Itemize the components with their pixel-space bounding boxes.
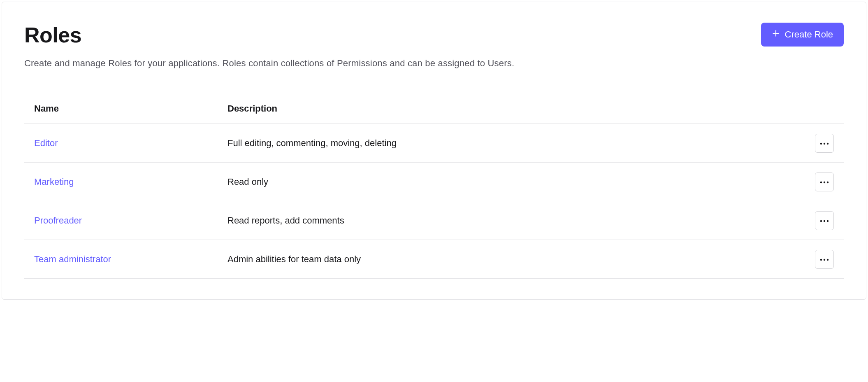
header-row: Roles Create Role [24, 23, 844, 47]
row-actions-button[interactable] [815, 211, 834, 230]
svg-point-2 [820, 143, 822, 144]
svg-point-5 [820, 182, 822, 183]
row-actions-button[interactable] [815, 250, 834, 269]
table-row: Marketing Read only [24, 163, 844, 201]
role-description: Full editing, commenting, moving, deleti… [227, 138, 801, 149]
column-header-name: Name [34, 103, 227, 114]
role-name-link[interactable]: Team administrator [34, 254, 227, 265]
roles-table: Name Description Editor Full editing, co… [24, 93, 844, 279]
svg-point-9 [824, 220, 825, 222]
svg-point-12 [824, 259, 825, 261]
page-title: Roles [24, 23, 81, 47]
svg-point-7 [827, 182, 829, 183]
table-row: Team administrator Admin abilities for t… [24, 240, 844, 279]
svg-point-4 [827, 143, 829, 144]
svg-point-3 [824, 143, 825, 144]
more-horizontal-icon [820, 217, 829, 224]
plus-icon [772, 29, 780, 40]
role-description: Admin abilities for team data only [227, 254, 801, 265]
create-role-button[interactable]: Create Role [761, 23, 844, 47]
role-name-link[interactable]: Proofreader [34, 215, 227, 226]
role-name-link[interactable]: Editor [34, 138, 227, 149]
roles-panel: Roles Create Role Create and manage Role… [2, 2, 866, 300]
table-row: Proofreader Read reports, add comments [24, 201, 844, 240]
svg-point-8 [820, 220, 822, 222]
more-horizontal-icon [820, 256, 829, 262]
row-actions-button[interactable] [815, 172, 834, 191]
svg-point-11 [820, 259, 822, 261]
page-subtitle: Create and manage Roles for your applica… [24, 58, 844, 69]
column-header-description: Description [227, 103, 801, 114]
create-role-label: Create Role [785, 29, 833, 40]
row-actions-button[interactable] [815, 134, 834, 153]
more-horizontal-icon [820, 140, 829, 146]
svg-point-10 [827, 220, 829, 222]
role-name-link[interactable]: Marketing [34, 177, 227, 187]
table-row: Editor Full editing, commenting, moving,… [24, 124, 844, 163]
role-description: Read only [227, 177, 801, 187]
svg-point-13 [827, 259, 829, 261]
table-header: Name Description [24, 93, 844, 124]
role-description: Read reports, add comments [227, 215, 801, 226]
more-horizontal-icon [820, 179, 829, 185]
svg-point-6 [824, 182, 825, 183]
